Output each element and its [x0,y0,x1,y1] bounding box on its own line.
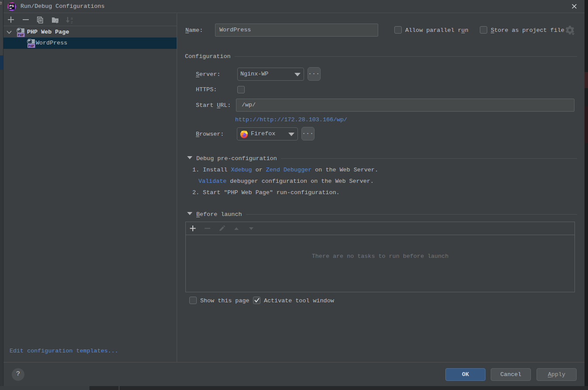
svg-text:PHP: PHP [28,44,34,48]
svg-text:PS: PS [10,4,14,8]
svg-text:PHP: PHP [18,34,24,37]
svg-text:z: z [71,21,73,24]
